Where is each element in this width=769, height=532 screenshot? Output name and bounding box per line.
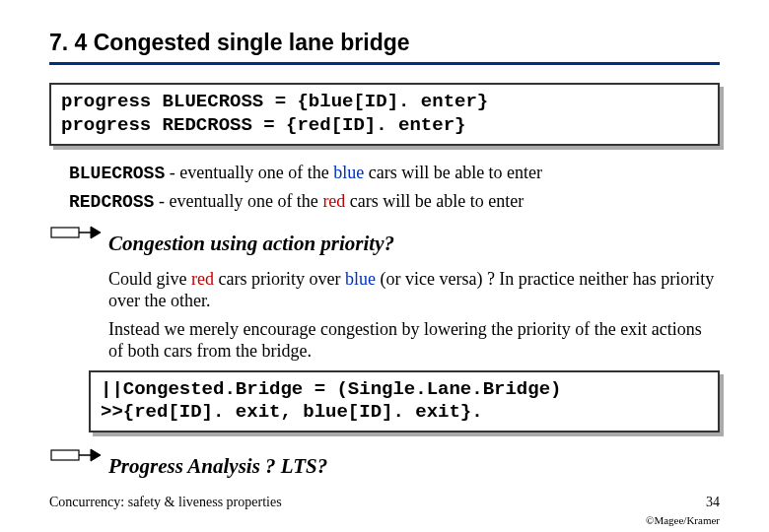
copyright: ©Magee/Kramer	[646, 514, 720, 526]
red-word: red	[322, 191, 345, 211]
code-line: progress BLUECROSS = {blue[ID]. enter}	[61, 91, 708, 114]
congestion-row: Congestion using action priority?	[49, 222, 720, 262]
red-word: red	[191, 269, 214, 289]
svg-rect-0	[51, 228, 79, 237]
blue-word: blue	[345, 269, 376, 289]
progress-heading: Progress Analysis ? LTS?	[108, 454, 720, 479]
congestion-heading: Congestion using action priority?	[108, 232, 720, 256]
code-line: >>{red[ID]. exit, blue[ID]. exit}.	[101, 401, 708, 425]
footer-left: Concurrency: safety & liveness propertie…	[49, 495, 282, 510]
bluecross-label: BLUECROSS	[69, 164, 165, 183]
arrow-icon	[49, 222, 101, 243]
slide: 7. 4 Congested single lane bridge progre…	[0, 0, 769, 532]
code-line: ||Congested.Bridge = (Single.Lane.Bridge…	[101, 378, 708, 402]
code-block-congested: ||Congested.Bridge = (Single.Lane.Bridge…	[89, 370, 720, 433]
arrow-icon	[49, 444, 101, 466]
body-instead: Instead we merely encourage congestion b…	[108, 318, 720, 363]
redcross-label: REDCROSS	[69, 192, 154, 212]
bluecross-desc: BLUECROSS - eventually one of the blue c…	[69, 162, 720, 185]
code-block-progress: progress BLUECROSS = {blue[ID]. enter} p…	[49, 83, 720, 146]
redcross-desc: REDCROSS - eventually one of the red car…	[69, 190, 720, 214]
footer: Concurrency: safety & liveness propertie…	[49, 495, 720, 510]
svg-rect-3	[51, 450, 79, 460]
blue-word: blue	[333, 163, 364, 182]
code-line: progress REDCROSS = {red[ID]. enter}	[61, 114, 708, 138]
svg-marker-5	[91, 449, 101, 461]
progress-row: Progress Analysis ? LTS?	[49, 444, 720, 485]
body-priority: Could give red cars priority over blue (…	[108, 268, 720, 312]
section-heading: 7. 4 Congested single lane bridge	[49, 30, 720, 65]
page-number: 34	[706, 495, 720, 510]
svg-marker-2	[91, 227, 101, 238]
